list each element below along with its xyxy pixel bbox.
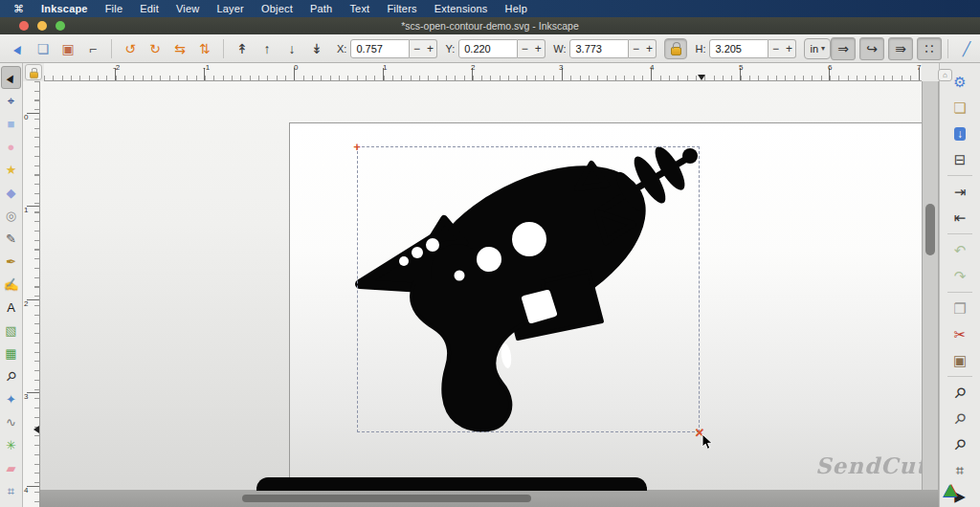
h-plus-button[interactable]: + [782, 42, 795, 55]
y-minus-button[interactable]: − [518, 42, 531, 55]
horizontal-scrollbar-thumb[interactable] [242, 495, 531, 502]
commands-panel: ⚙❏↓⊟⇥⇤↶↷❐✂▣⚲⚲⚲⌗▶ [939, 63, 980, 507]
tool-rectangle[interactable]: ■ [1, 112, 21, 135]
tool-calligraphy[interactable]: ✍ [1, 273, 21, 296]
zoom-selection-button[interactable]: ⚲ [947, 376, 972, 406]
snap-toggle-button[interactable]: ╱ [954, 37, 979, 60]
selection-bounding-box[interactable] [357, 146, 700, 432]
print-button[interactable]: ⊟ [947, 146, 972, 172]
menu-object[interactable]: Object [261, 3, 293, 14]
vertical-scrollbar-thumb[interactable] [925, 204, 935, 255]
cut-button[interactable]: ✂ [947, 321, 972, 347]
select-all-button[interactable]: ❏ [31, 37, 56, 60]
close-button[interactable] [19, 21, 29, 31]
open-document-button[interactable]: ❏ [947, 95, 972, 121]
menu-inkscape[interactable]: Inkscape [41, 3, 88, 14]
tool-pencil[interactable]: ✎ [1, 227, 21, 250]
h-input[interactable]: 3.205 [709, 39, 768, 58]
open-document-icon: ❏ [953, 100, 966, 115]
x-input[interactable]: 0.757 [350, 39, 410, 58]
tool-gradient[interactable]: ▧ [1, 319, 21, 342]
tool-star[interactable]: ★ [1, 158, 21, 181]
w-input[interactable]: 3.773 [569, 39, 629, 58]
ruler-corner-button[interactable]: ⌂ [938, 69, 952, 81]
w-plus-button[interactable]: + [642, 42, 656, 55]
x-minus-button[interactable]: − [410, 42, 423, 55]
flip-vertical-button[interactable]: ⇅ [192, 37, 217, 60]
w-minus-button[interactable]: − [629, 42, 642, 55]
tool-box: ►⌖■●★◆◎✎✒✍A▧▦⚲✦∿✳▰⌗ [0, 63, 23, 507]
transform-handles-button[interactable]: ⌗ [947, 457, 972, 483]
menu-view[interactable]: View [176, 3, 199, 14]
raise-button[interactable]: ↑ [255, 37, 279, 60]
menu-text[interactable]: Text [349, 3, 369, 14]
tool-paint-bucket[interactable]: ✦ [1, 387, 21, 410]
hruler-position-marker [698, 75, 705, 80]
menu-extensions[interactable]: Extensions [434, 3, 488, 14]
color-profile-icon [944, 484, 957, 496]
move-patterns-toggle-button[interactable]: ∷ [917, 37, 942, 60]
tool-dropper[interactable]: ⚲ [1, 364, 21, 387]
tool-ellipse[interactable]: ● [1, 135, 21, 158]
zoom-drawing-button[interactable]: ⚲ [947, 406, 972, 431]
h-minus-button[interactable]: − [768, 42, 782, 55]
tool-eraser[interactable]: ▰ [1, 456, 21, 479]
menu-help[interactable]: Help [505, 3, 527, 14]
tool-selector[interactable]: ► [1, 66, 21, 89]
save-button[interactable]: ↓ [947, 121, 972, 146]
vertical-ruler[interactable]: 01234 [23, 81, 40, 507]
hruler-number: 6 [828, 63, 832, 72]
import-icon: ⇥ [954, 185, 967, 199]
tool-node-editor[interactable]: ⌖ [1, 89, 21, 112]
copy-button[interactable]: ❐ [947, 292, 972, 321]
menu-file[interactable]: File [105, 3, 123, 14]
selection-frame-button[interactable]: ⌐ [80, 37, 105, 60]
menu-path[interactable]: Path [310, 3, 332, 14]
tool-mesh-gradient[interactable]: ▦ [1, 342, 21, 364]
zoom-page-button[interactable]: ⚲ [947, 431, 972, 457]
guides-lock-corner[interactable] [25, 64, 42, 80]
hruler-number: 1 [383, 63, 387, 72]
raise-to-top-button[interactable]: ↟ [230, 37, 255, 60]
flip-horizontal-button[interactable]: ⇆ [167, 37, 192, 60]
y-plus-button[interactable]: + [531, 42, 545, 55]
vertical-scrollbar[interactable] [922, 81, 939, 490]
canvas[interactable]: + ✕ SendCutSend [40, 81, 922, 490]
horizontal-ruler[interactable]: -2-101234567 [44, 63, 922, 81]
tool-box-3d[interactable]: ◆ [1, 181, 21, 204]
tool-text[interactable]: A [1, 296, 21, 319]
tool-spray[interactable]: ✳ [1, 433, 21, 456]
window-title: *scs-open-contour-demo.svg - Inkscape [0, 20, 980, 32]
select-same-button[interactable]: ▣ [56, 37, 80, 60]
y-input[interactable]: 0.220 [458, 39, 518, 58]
tool-pen[interactable]: ✒ [1, 250, 21, 273]
rotate-ccw-button[interactable]: ↺ [118, 37, 143, 60]
import-button[interactable]: ⇥ [947, 175, 972, 205]
paste-button[interactable]: ▣ [947, 347, 972, 373]
unit-select[interactable]: in ▾ [804, 38, 831, 59]
sendcutsend-watermark: SendCutSend [815, 452, 922, 478]
redo-button[interactable]: ↷ [947, 263, 972, 289]
lower-to-bottom-button[interactable]: ↡ [304, 37, 329, 60]
scale-corners-toggle-button[interactable]: ↪ [859, 37, 884, 60]
hruler-number: -1 [203, 63, 210, 72]
zoom-button[interactable] [56, 21, 65, 31]
menu-layer[interactable]: Layer [216, 3, 244, 14]
menu-edit[interactable]: Edit [140, 3, 159, 14]
tool-tweak[interactable]: ∿ [1, 410, 21, 433]
menu-filters[interactable]: Filters [387, 3, 416, 14]
selector-indicator-button[interactable]: ► [6, 37, 31, 60]
undo-button[interactable]: ↶ [947, 233, 972, 263]
x-plus-button[interactable]: + [423, 42, 436, 55]
apple-menu-icon[interactable]: ⌘ [13, 3, 24, 15]
export-button[interactable]: ⇤ [947, 205, 972, 231]
minimize-button[interactable] [37, 21, 47, 31]
mesh-gradient-icon: ▦ [5, 347, 16, 360]
lock-ratio-toggle[interactable] [664, 38, 687, 59]
lower-button[interactable]: ↓ [279, 37, 304, 60]
tool-spiral[interactable]: ◎ [1, 204, 21, 227]
tool-connector[interactable]: ⌗ [1, 479, 21, 502]
move-gradients-toggle-button[interactable]: ⇛ [888, 37, 913, 60]
rotate-cw-button[interactable]: ↻ [143, 37, 167, 60]
scale-stroke-toggle-button[interactable]: ⇒ [831, 37, 856, 60]
